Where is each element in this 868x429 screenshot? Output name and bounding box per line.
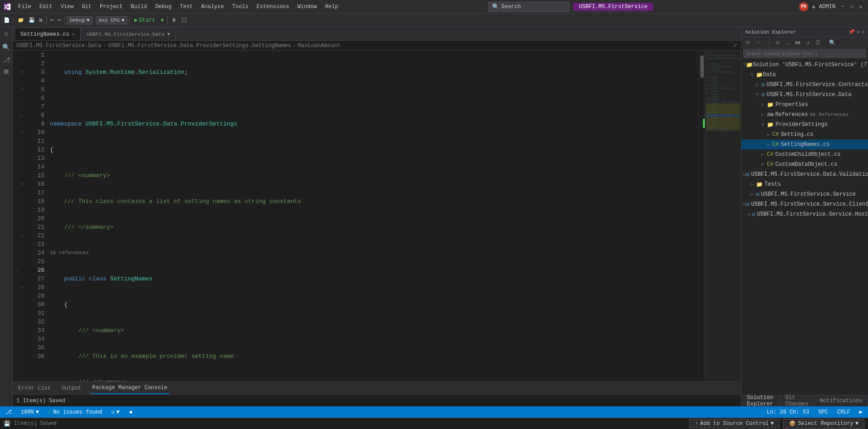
tab-package-manager-console[interactable]: Package Manager Console xyxy=(90,382,169,394)
refs-badge: 88 References xyxy=(809,112,848,117)
se-project-data[interactable]: ▽ ⊟ USBFI.MS.FirstService.Data xyxy=(741,90,868,100)
menu-git[interactable]: Git xyxy=(78,3,95,11)
toolbar-undo[interactable]: ↩ xyxy=(49,16,55,24)
se-search-input[interactable] xyxy=(743,49,866,58)
platform-dropdown[interactable]: Any CPU ▼ xyxy=(96,16,128,24)
se-sync-btn[interactable]: ⟳ xyxy=(743,38,752,47)
menu-edit[interactable]: Edit xyxy=(36,3,56,11)
collapse-16[interactable]: ▽ xyxy=(19,180,25,188)
se-folder-properties[interactable]: ▷ 📁 Properties xyxy=(741,100,868,110)
collapse-28[interactable]: ▽ xyxy=(19,283,25,292)
se-misc-btn[interactable]: ☰ xyxy=(813,38,822,47)
se-back-btn[interactable]: ← xyxy=(753,38,762,47)
menu-view[interactable]: View xyxy=(57,3,78,11)
se-folder-tests[interactable]: ▷ 📁 Tests xyxy=(741,179,868,189)
toolbar-run-arrow[interactable]: ▼ xyxy=(159,17,166,24)
activity-icon-4[interactable]: 🛠 xyxy=(1,67,12,78)
collapse-5[interactable]: ▽ xyxy=(19,85,25,94)
toolbar-debug-btns[interactable]: ⏸ xyxy=(170,16,178,24)
breadcrumb-member[interactable]: MaxLoanAmount xyxy=(298,43,341,49)
select-repository-btn[interactable]: 📦 Select Repository ▼ xyxy=(783,419,864,429)
status-next[interactable]: ▶ xyxy=(858,409,864,415)
status-right: Ln: 26 Ch: 53 SPC CRLF ▶ xyxy=(765,409,864,415)
se-project-service-host[interactable]: ▷ ⊟ USBFI.MS.FirstService.Service.Host xyxy=(741,209,868,219)
se-project-contracts[interactable]: ▷ ⊟ USBFI.MS.FirstService.Contracts xyxy=(741,80,868,90)
se-search-icon[interactable]: 🔍 xyxy=(828,38,837,47)
toolbar-save-all[interactable]: ⊞ xyxy=(38,16,44,24)
breadcrumb-project[interactable]: USBFI.MS.FirstService.Data xyxy=(16,43,101,49)
code-editor[interactable]: using System.Runtime.Serialization; name… xyxy=(48,51,698,381)
menu-project[interactable]: Project xyxy=(96,3,126,11)
se-folder-references[interactable]: ▷ #⊞ References 88 References xyxy=(741,110,868,120)
close-button[interactable]: ✕ xyxy=(857,3,864,10)
collapse-3[interactable]: ▽ xyxy=(19,68,25,77)
menu-tools[interactable]: Tools xyxy=(229,3,252,11)
activity-icon-2[interactable]: 🔍 xyxy=(1,42,12,53)
toolbar-new[interactable]: 📄 xyxy=(2,16,12,24)
tab-output[interactable]: Output xyxy=(60,382,83,394)
tab-close-settingnames[interactable]: ✕ xyxy=(72,32,75,37)
se-solution-root[interactable]: ▽ 📁 Solution 'USBFi.MS.FirstService' (7 … xyxy=(741,60,868,70)
indentation-status[interactable]: SPC xyxy=(816,409,830,415)
collapse-22[interactable]: ▽ xyxy=(19,231,25,240)
se-file-settingnames[interactable]: ▷ C# SettingNames.cs xyxy=(741,140,868,149)
breadcrumb-class[interactable]: USBFi.MS.FirstService.Data.ProviderSetti… xyxy=(108,43,291,49)
line-ending-status[interactable]: CRLF xyxy=(835,409,852,415)
se-pending-btn[interactable]: … xyxy=(783,38,792,47)
se-tab-git-changes[interactable]: Git Changes xyxy=(780,395,814,406)
se-close-icon[interactable]: ✕ xyxy=(861,29,864,35)
se-tab-solution-explorer[interactable]: Solution Explorer xyxy=(741,395,780,406)
toolbar-save[interactable]: 💾 xyxy=(27,16,37,24)
toolbar-redo[interactable]: ↪ xyxy=(56,16,63,24)
status-arrow[interactable]: ◀ xyxy=(127,409,134,415)
activity-icon-1[interactable]: ≡ xyxy=(1,29,12,40)
menu-file[interactable]: File xyxy=(15,3,35,11)
tab-data-project[interactable]: USBFI.MS.FirstService.Data ▼ xyxy=(81,28,176,40)
run-button[interactable]: ▶ Start xyxy=(132,16,158,24)
menu-test[interactable]: Test xyxy=(176,3,197,11)
title-search-box[interactable]: 🔍 Search xyxy=(488,2,570,12)
activity-icon-3[interactable]: ⎇ xyxy=(1,54,12,65)
se-file-customdata[interactable]: ▷ C# CustomDataObject.cs xyxy=(741,159,868,169)
toolbar-open[interactable]: 📁 xyxy=(16,16,26,24)
collapse-8[interactable]: ▷ xyxy=(19,111,25,120)
se-forward-btn[interactable]: → xyxy=(763,38,772,47)
vertical-scrollbar[interactable] xyxy=(698,51,705,381)
restore-button[interactable]: □ xyxy=(848,3,855,10)
se-file-setting[interactable]: ▷ C# Setting.cs xyxy=(741,130,868,140)
minimize-button[interactable]: ─ xyxy=(839,3,846,10)
toolbar-step[interactable]: ⬛ xyxy=(179,16,189,24)
menu-analyze[interactable]: Analyze xyxy=(197,3,227,11)
se-collapse-btn[interactable]: ⊟ xyxy=(773,38,782,47)
se-refresh-btn[interactable]: ↺ xyxy=(803,38,812,47)
se-project-validations[interactable]: ▷ ⊟ USBFI.MS.FirstService.Data.Validatio… xyxy=(741,169,868,179)
menu-window[interactable]: Window xyxy=(294,3,321,11)
se-folder-data[interactable]: ▽ 📁 Data xyxy=(741,70,868,80)
zoom-status[interactable]: 100% ▼ xyxy=(19,409,41,415)
status-check-icon[interactable]: ☑ ▼ xyxy=(109,409,121,415)
se-tab-notifications[interactable]: Notifications xyxy=(814,395,868,406)
add-source-control-btn[interactable]: ↑ Add to Source Control ▼ xyxy=(689,419,780,428)
cursor-position[interactable]: Ln: 26 Ch: 53 xyxy=(765,409,811,415)
se-pin-icon[interactable]: 📌 xyxy=(848,29,855,35)
se-settings-icon[interactable]: ⚙ xyxy=(857,29,860,35)
se-project-service-client[interactable]: ▷ ⊟ USBFI.MS.FirstService.Service.Client xyxy=(741,199,868,209)
svcc-label: USBFI.MS.FirstService.Service.Client xyxy=(751,201,868,207)
git-status[interactable]: ⎇ xyxy=(4,409,14,415)
menu-build[interactable]: Build xyxy=(127,3,151,11)
no-issues-status[interactable]: ✓ No issues found xyxy=(46,409,104,415)
menu-extensions[interactable]: Extensions xyxy=(253,3,293,11)
menu-debug[interactable]: Debug xyxy=(151,3,175,11)
scrollbar-thumb[interactable] xyxy=(700,55,704,78)
tab-settingnames[interactable]: SettingNames.cs ✕ xyxy=(15,28,81,40)
debug-config-dropdown[interactable]: Debug ▼ xyxy=(67,16,93,24)
se-folder-providersettings[interactable]: ▽ 📁 ProviderSettings xyxy=(741,120,868,130)
tab-error-list[interactable]: Error List xyxy=(16,382,53,394)
active-file-tab[interactable]: USBFI.MS.FirstService xyxy=(573,3,653,11)
menu-help[interactable]: Help xyxy=(322,3,342,11)
se-filter-btn[interactable]: ⧓ xyxy=(793,38,802,47)
collapse-10[interactable]: ▽ xyxy=(19,128,25,137)
breadcrumb-collapse-icon[interactable]: ⤢ xyxy=(733,42,737,49)
se-file-customchild[interactable]: ▷ C# CustomChildObject.cs xyxy=(741,149,868,159)
se-project-service[interactable]: ▷ ⊟ USBFI.MS.FirstService.Service xyxy=(741,189,868,199)
